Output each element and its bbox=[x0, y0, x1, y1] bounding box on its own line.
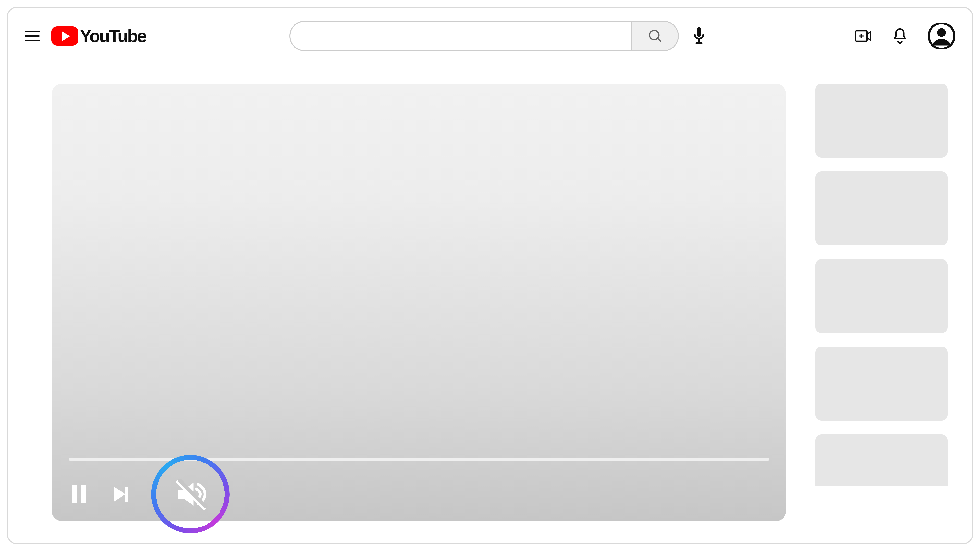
recommendation-thumbnail[interactable] bbox=[815, 171, 948, 245]
user-avatar-icon bbox=[928, 22, 955, 49]
youtube-logo-mark-icon bbox=[51, 27, 78, 46]
hamburger-menu-icon[interactable] bbox=[25, 29, 40, 43]
svg-line-1 bbox=[657, 38, 661, 41]
svg-point-0 bbox=[649, 30, 659, 40]
search-button[interactable] bbox=[632, 22, 678, 50]
svg-point-9 bbox=[937, 28, 946, 37]
recommendation-thumbnail[interactable] bbox=[815, 259, 948, 333]
header: YouTube bbox=[8, 8, 972, 64]
header-right bbox=[854, 22, 955, 49]
svg-rect-2 bbox=[697, 27, 701, 37]
create-video-icon bbox=[854, 29, 872, 43]
recommendation-thumbnail[interactable] bbox=[815, 347, 948, 421]
header-left: YouTube bbox=[25, 26, 146, 46]
next-button[interactable] bbox=[111, 483, 133, 505]
search-icon bbox=[648, 29, 662, 43]
app-window: YouTube bbox=[7, 7, 973, 544]
search-bar bbox=[290, 21, 679, 51]
progress-bar[interactable] bbox=[69, 458, 769, 461]
youtube-logo-text: YouTube bbox=[80, 26, 146, 46]
search-input[interactable] bbox=[290, 22, 632, 50]
player-column bbox=[52, 84, 786, 521]
voice-search-button[interactable] bbox=[687, 24, 711, 48]
main-content bbox=[52, 84, 948, 521]
microphone-icon bbox=[692, 27, 706, 45]
recommendations-sidebar bbox=[815, 84, 948, 521]
account-avatar[interactable] bbox=[928, 22, 955, 49]
video-player[interactable] bbox=[52, 84, 786, 521]
notifications-button[interactable] bbox=[891, 27, 908, 44]
notifications-bell-icon bbox=[892, 27, 907, 45]
pause-icon bbox=[72, 485, 86, 503]
volume-muted-icon bbox=[172, 476, 209, 513]
pause-button[interactable] bbox=[68, 483, 90, 505]
mute-button[interactable] bbox=[160, 464, 221, 525]
create-button[interactable] bbox=[854, 27, 872, 44]
player-controls bbox=[68, 483, 133, 505]
youtube-logo[interactable]: YouTube bbox=[51, 26, 146, 46]
header-center bbox=[175, 21, 825, 51]
next-track-icon bbox=[113, 486, 130, 503]
recommendation-thumbnail[interactable] bbox=[815, 434, 948, 486]
recommendation-thumbnail[interactable] bbox=[815, 84, 948, 158]
